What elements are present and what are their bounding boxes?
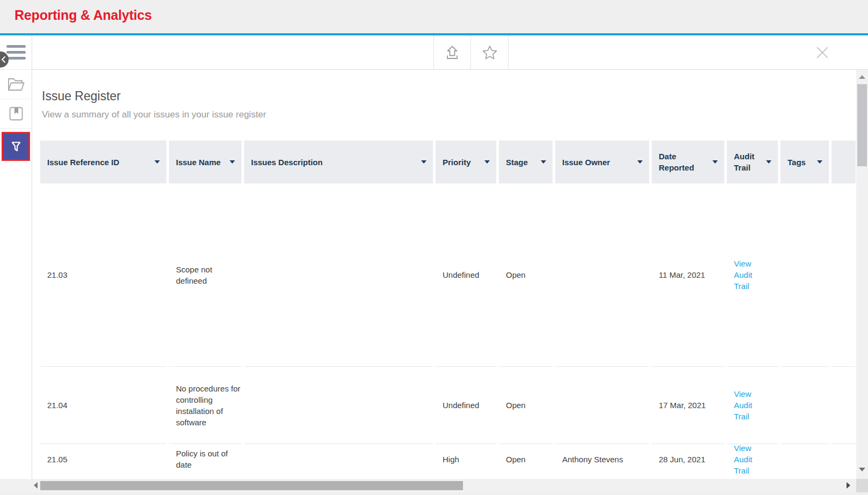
sidebar-item-filter[interactable]	[2, 132, 30, 161]
horizontal-scrollbar[interactable]	[0, 479, 856, 492]
page-title: Issue Register	[42, 89, 121, 104]
sidebar	[0, 35, 32, 479]
app-header: Reporting & Analytics	[0, 0, 868, 33]
report-toolbar	[32, 35, 868, 70]
column-header-date-reported[interactable]: Date Reported	[652, 141, 724, 183]
column-header-stage[interactable]: Stage	[499, 141, 553, 183]
scroll-up-icon[interactable]	[859, 75, 865, 79]
scroll-left-icon[interactable]	[34, 482, 38, 489]
sidebar-item-folder[interactable]	[0, 70, 32, 99]
cell-issue-reference-id: 21.04	[40, 367, 166, 444]
cell-stage: Open	[499, 444, 553, 474]
column-header-partial[interactable]	[832, 141, 856, 183]
scroll-down-icon[interactable]	[859, 468, 865, 471]
column-header-priority[interactable]: Priority	[436, 141, 496, 183]
folder-icon	[7, 77, 25, 92]
bookmark-icon	[8, 106, 24, 122]
report-content: Issue Register View a summary of all you…	[32, 70, 856, 479]
cell-issue-reference-id: 21.05	[40, 444, 166, 474]
column-header-audit-trail[interactable]: Audit Trail	[727, 141, 778, 183]
cell-priority: Undefined	[436, 183, 496, 367]
sort-dropdown-icon[interactable]	[484, 160, 490, 164]
menu-icon	[6, 45, 26, 60]
column-header-issue-owner[interactable]: Issue Owner	[555, 141, 649, 183]
close-panel-button[interactable]	[809, 35, 836, 69]
sidebar-item-bookmark[interactable]	[0, 99, 32, 129]
cell-issue-name: Scope not defineed	[169, 183, 241, 367]
favorite-button[interactable]	[471, 35, 509, 69]
view-audit-trail-link[interactable]: View Audit Trail	[734, 258, 761, 292]
cell-priority: High	[436, 444, 496, 474]
cell-date-reported: 11 Mar, 2021	[652, 183, 724, 367]
cell-partial	[832, 183, 856, 367]
column-header-issues-description[interactable]: Issues Description	[244, 141, 433, 183]
view-audit-trail-link[interactable]: View Audit Trail	[734, 388, 761, 422]
cell-audit-trail: View Audit Trail	[727, 367, 778, 444]
sort-dropdown-icon[interactable]	[817, 160, 822, 164]
scroll-right-icon[interactable]	[847, 482, 850, 489]
sort-dropdown-icon[interactable]	[155, 160, 160, 164]
column-header-tags[interactable]: Tags	[781, 141, 829, 183]
cell-issue-reference-id: 21.03	[40, 183, 166, 367]
vertical-scrollbar-thumb[interactable]	[857, 84, 867, 166]
page-subtitle: View a summary of all your issues in you…	[42, 109, 266, 120]
cell-tags	[781, 367, 829, 444]
filter-icon	[9, 139, 24, 154]
chevron-left-icon	[1, 56, 6, 63]
horizontal-scrollbar-thumb[interactable]	[40, 481, 463, 490]
cell-tags	[781, 444, 829, 474]
sort-dropdown-icon[interactable]	[766, 160, 771, 164]
sort-dropdown-icon[interactable]	[712, 160, 718, 164]
issue-register-table: Issue Reference ID Issue Name Issues Des…	[40, 141, 856, 474]
cell-stage: Open	[499, 367, 553, 444]
cell-issues-description	[244, 367, 433, 444]
cell-issue-name: No procedures for controlling installati…	[169, 367, 241, 444]
cell-tags	[781, 183, 829, 367]
cell-stage: Open	[499, 183, 553, 367]
cell-issues-description	[244, 444, 433, 474]
cell-date-reported: 17 Mar, 2021	[652, 367, 724, 444]
upload-icon	[442, 42, 463, 63]
cell-priority: Undefined	[436, 367, 496, 444]
cell-audit-trail: View Audit Trail	[727, 183, 778, 367]
scrollbar-corner	[856, 479, 868, 492]
view-audit-trail-link[interactable]: View Audit Trail	[734, 442, 761, 476]
cell-issues-description	[244, 183, 433, 367]
cell-partial	[832, 444, 856, 474]
sort-dropdown-icon[interactable]	[637, 160, 643, 164]
cell-audit-trail: View Audit Trail	[727, 444, 778, 474]
star-icon	[479, 42, 501, 63]
export-button[interactable]	[433, 35, 471, 69]
cell-issue-name: Policy is out of date	[169, 444, 241, 474]
cell-issue-owner	[555, 367, 649, 444]
app-title: Reporting & Analytics	[14, 8, 152, 23]
close-icon	[813, 43, 832, 62]
cell-date-reported: 28 Jun, 2021	[652, 444, 724, 474]
vertical-scrollbar[interactable]	[856, 70, 868, 479]
column-header-issue-name[interactable]: Issue Name	[169, 141, 241, 183]
bottom-strip	[0, 492, 868, 495]
sort-dropdown-icon[interactable]	[421, 160, 426, 164]
sort-dropdown-icon[interactable]	[541, 160, 546, 164]
cell-issue-owner: Anthony Stevens	[555, 444, 649, 474]
sort-dropdown-icon[interactable]	[230, 160, 235, 164]
cell-issue-owner	[555, 183, 649, 367]
column-header-issue-reference-id[interactable]: Issue Reference ID	[40, 141, 166, 183]
cell-partial	[832, 367, 856, 444]
